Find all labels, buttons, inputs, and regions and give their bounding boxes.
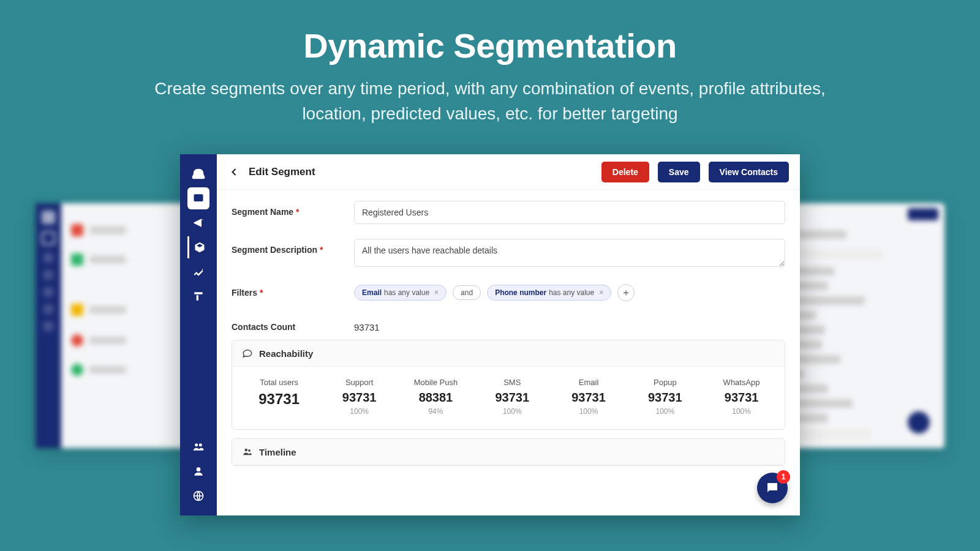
nav-profile-icon[interactable] — [187, 460, 209, 482]
segment-name-label: Segment Name * — [232, 201, 354, 217]
chat-badge: 1 — [777, 470, 790, 484]
hero-subtitle: Create segments over any time period, wi… — [123, 77, 858, 126]
contacts-count-label: Contacts Count — [232, 316, 354, 332]
svg-point-5 — [199, 443, 202, 446]
reachability-header: Reachability — [232, 340, 785, 367]
svg-rect-1 — [195, 198, 197, 200]
reachability-grid: Total users 93731 Support 93731 100% Mob… — [232, 367, 785, 429]
reach-channel: WhatsApp 93731 100% — [703, 375, 780, 418]
sidebar — [180, 154, 217, 515]
timeline-panel: Timeline — [232, 438, 785, 466]
nav-brush-icon[interactable] — [187, 285, 209, 307]
logo-icon[interactable] — [187, 163, 209, 185]
nav-team-icon[interactable] — [187, 436, 209, 458]
main-pane: Edit Segment Delete Save View Contacts S… — [217, 154, 800, 515]
reach-channel: Mobile Push 88381 94% — [398, 375, 474, 418]
segment-description-label: Segment Description * — [232, 239, 354, 255]
nav-dashboard-icon[interactable] — [187, 187, 209, 209]
reachability-panel: Reachability Total users 93731 Support 9… — [232, 340, 785, 430]
chat-icon — [765, 481, 780, 495]
svg-point-4 — [195, 443, 198, 446]
save-button[interactable]: Save — [658, 162, 700, 182]
app-window: Edit Segment Delete Save View Contacts S… — [180, 154, 800, 515]
topbar: Edit Segment Delete Save View Contacts — [217, 154, 800, 190]
hero-title: Dynamic Segmentation — [0, 26, 980, 66]
add-filter-button[interactable]: ＋ — [617, 284, 635, 301]
filter-and-pill: and — [453, 285, 481, 300]
chat-fab[interactable]: 1 — [757, 473, 788, 503]
nav-campaigns-icon[interactable] — [187, 212, 209, 234]
back-arrow-icon[interactable] — [228, 166, 240, 178]
reach-channel: Popup 93731 100% — [627, 375, 703, 418]
reach-channel: Email 93731 100% — [551, 375, 627, 418]
background-card-left — [36, 203, 195, 448]
users-icon — [242, 446, 253, 457]
reach-total: Total users 93731 — [237, 375, 321, 418]
view-contacts-button[interactable]: View Contacts — [709, 162, 789, 182]
nav-analytics-icon[interactable] — [187, 261, 209, 283]
filters-label: Filters * — [232, 282, 354, 298]
remove-filter-icon[interactable]: × — [434, 288, 439, 297]
timeline-header: Timeline — [232, 439, 785, 465]
segment-name-input[interactable] — [354, 201, 785, 224]
contacts-count-value: 93731 — [354, 316, 380, 332]
delete-button[interactable]: Delete — [601, 162, 649, 182]
chat-bubble-icon — [242, 348, 253, 359]
reach-channel: SMS 93731 100% — [474, 375, 551, 418]
filters-body: Email has any value × and Phone number h… — [354, 282, 785, 301]
svg-point-6 — [197, 467, 201, 471]
page-title: Edit Segment — [249, 166, 315, 178]
nav-segments-icon[interactable] — [187, 236, 209, 258]
background-card-right — [785, 203, 944, 448]
svg-point-8 — [245, 449, 248, 452]
filter-chip[interactable]: Email has any value × — [354, 285, 447, 301]
svg-rect-3 — [200, 196, 201, 201]
remove-filter-icon[interactable]: × — [599, 288, 603, 297]
svg-rect-2 — [197, 197, 198, 201]
svg-point-9 — [248, 449, 251, 452]
reach-channel: Support 93731 100% — [321, 375, 398, 418]
filter-chip[interactable]: Phone number has any value × — [487, 285, 611, 301]
nav-globe-icon[interactable] — [187, 485, 209, 507]
segment-description-input[interactable]: All the users have reachable details — [354, 239, 785, 267]
